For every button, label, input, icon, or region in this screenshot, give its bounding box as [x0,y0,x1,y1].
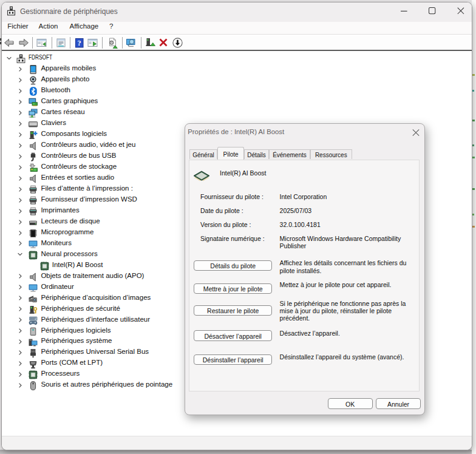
svg-text:?: ? [77,39,81,47]
